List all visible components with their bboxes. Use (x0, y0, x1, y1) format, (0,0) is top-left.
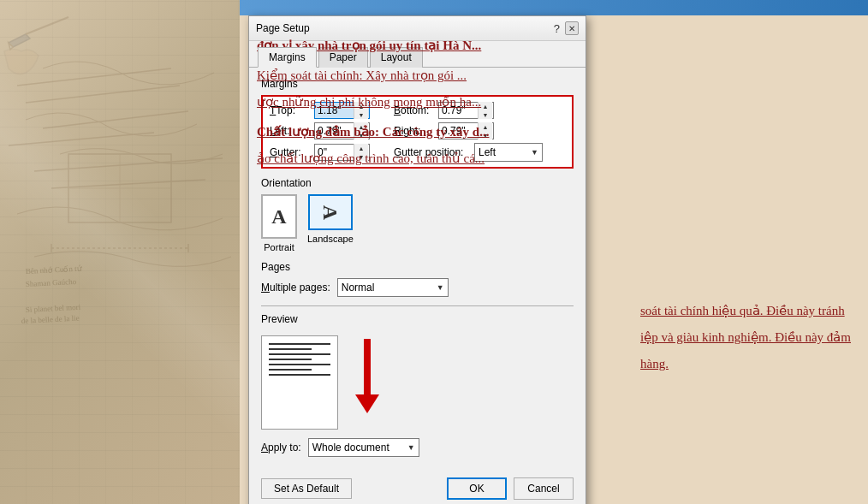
multiple-pages-arrow-icon: ▼ (437, 283, 444, 292)
svg-text:Si planet bel mori: Si planet bel mori (26, 303, 81, 314)
orientation-label: Orientation (261, 177, 574, 189)
arrow-head-icon (355, 394, 379, 413)
svg-line-5 (51, 180, 205, 188)
svg-line-12 (26, 17, 68, 34)
svg-text:de la belle de la lie: de la belle de la lie (21, 313, 80, 325)
preview-box (261, 335, 338, 430)
set-as-default-button[interactable]: Set As Default (261, 478, 352, 499)
svg-text:Bên nhớ Cuốn tứ: Bên nhớ Cuốn tứ (26, 264, 83, 276)
svg-text:Shaman Gaúcho: Shaman Gaúcho (26, 277, 77, 288)
svg-line-2 (43, 111, 188, 128)
orientation-section: Orientation A Portrait A Landscape (261, 177, 574, 252)
svg-line-1 (26, 86, 180, 103)
multiple-pages-select[interactable]: Normal ▼ (337, 278, 449, 297)
dialog-controls: ? ✕ (550, 21, 579, 35)
help-button[interactable]: ? (550, 22, 563, 35)
apply-row: Apply to: Whole document ▼ (261, 438, 574, 457)
multiple-pages-label: Multiple pages: (261, 282, 330, 294)
right-buttons: OK Cancel (447, 477, 574, 500)
bg-text-content: đơn vị xây nhà trọn gói uy tín tại Hà N.… (257, 34, 851, 170)
portrait-label: Portrait (264, 242, 294, 252)
landscape-button[interactable]: A Landscape (307, 194, 354, 252)
preview-section: Preview (261, 313, 574, 430)
apply-label: Apply to: (261, 442, 301, 454)
apply-to-select[interactable]: Whole document ▼ (308, 438, 419, 457)
bg-left: Bên nhớ Cuốn tứ Shaman Gaúcho Si planet … (0, 0, 240, 504)
portrait-button[interactable]: A Portrait (261, 194, 297, 252)
landscape-icon: A (308, 194, 353, 230)
arrow-shaft (364, 339, 371, 394)
close-button[interactable]: ✕ (565, 21, 579, 35)
orientation-buttons: A Portrait A Landscape (261, 194, 574, 252)
ok-button[interactable]: OK (447, 477, 507, 500)
svg-line-4 (34, 158, 223, 171)
multiple-pages-value: Normal (342, 282, 375, 294)
landscape-label: Landscape (307, 234, 354, 244)
pages-label: Pages (261, 261, 574, 273)
dialog-buttons: Set As Default OK Cancel (249, 477, 586, 504)
dialog-title: Page Setup (256, 22, 310, 34)
divider (261, 305, 574, 306)
preview-label: Preview (261, 313, 574, 325)
bg-text: đơn vị xây nhà trọn gói uy tín tại Hà N.… (257, 34, 851, 170)
portrait-icon: A (261, 194, 297, 239)
cancel-button[interactable]: Cancel (514, 477, 574, 500)
tab-margins[interactable]: Margins (258, 47, 317, 68)
arrow-indicator (355, 339, 379, 413)
pages-row: Multiple pages: Normal ▼ (261, 278, 574, 297)
pages-section: Pages Multiple pages: Normal ▼ (261, 261, 574, 297)
apply-to-arrow-icon: ▼ (407, 443, 415, 452)
apply-to-value: Whole document (312, 442, 389, 454)
